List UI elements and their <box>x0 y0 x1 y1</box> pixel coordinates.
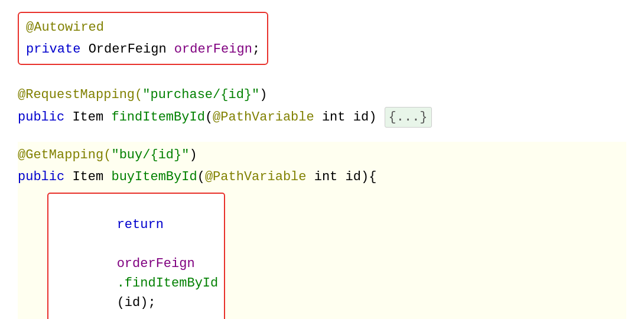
autowired-annotation: @Autowired <box>26 18 104 37</box>
collapsed-body: {...} <box>385 107 432 128</box>
finditembyid-method: findItemById <box>111 108 204 127</box>
getmapping-annotation: @GetMapping( <box>18 145 111 165</box>
orderfeign-field: orderFeign <box>174 40 252 59</box>
semicolon1: ; <box>252 40 260 59</box>
autowired-highlight: @Autowired private OrderFeign orderFeign… <box>18 12 268 65</box>
id-param-2: id <box>346 167 361 187</box>
return-highlight: return orderFeign .findItemById (id); <box>47 193 225 319</box>
orderfeign-type: OrderFeign <box>89 40 167 59</box>
int-keyword-2: int <box>314 167 338 187</box>
requestmapping-block: @RequestMapping("purchase/{id}") public … <box>18 84 626 129</box>
line-finditembyid: public Item findItemById ( @PathVariable… <box>18 106 626 129</box>
return-method: .findItemById <box>117 276 219 291</box>
space2 <box>167 40 174 59</box>
spacer-1 <box>18 71 626 84</box>
line-return: return orderFeign .findItemById (id); <box>18 191 626 319</box>
spacer-2 <box>18 129 626 142</box>
getmapping-end: ) <box>189 145 197 165</box>
item-type-2: Item <box>72 167 103 187</box>
space1 <box>80 40 88 59</box>
item-type-1: Item <box>72 108 103 127</box>
pathvariable-annotation-1: @PathVariable <box>213 108 314 127</box>
line-private-orderfeign: private OrderFeign orderFeign ; <box>26 38 260 60</box>
line-buyitembyid: public Item buyItemById ( @PathVariable … <box>18 166 626 188</box>
return-keyword: return <box>117 217 164 232</box>
autowired-block: @Autowired private OrderFeign orderFeign… <box>18 12 626 71</box>
return-end: (id); <box>117 295 156 310</box>
line-requestmapping: @RequestMapping("purchase/{id}") <box>18 84 626 106</box>
int-keyword-1: int <box>322 108 346 127</box>
getmapping-string: "buy/{id}" <box>111 145 189 165</box>
private-keyword: private <box>26 40 80 59</box>
code-editor: @Autowired private OrderFeign orderFeign… <box>18 12 626 319</box>
line-getmapping: @GetMapping("buy/{id}") <box>18 144 626 166</box>
requestmapping-annotation: @RequestMapping( <box>18 85 142 105</box>
line-autowired: @Autowired <box>26 17 260 38</box>
return-field: orderFeign <box>117 256 195 271</box>
requestmapping-string: "purchase/{id}" <box>142 85 259 105</box>
public-keyword-1: public <box>18 108 64 127</box>
id-param-1: id <box>353 108 369 127</box>
requestmapping-end: ) <box>259 85 267 105</box>
pathvariable-annotation-2: @PathVariable <box>205 167 307 187</box>
getmapping-block: @GetMapping("buy/{id}") public Item buyI… <box>18 142 626 319</box>
buyitembyid-method: buyItemById <box>111 167 197 187</box>
public-keyword-2: public <box>18 167 64 187</box>
